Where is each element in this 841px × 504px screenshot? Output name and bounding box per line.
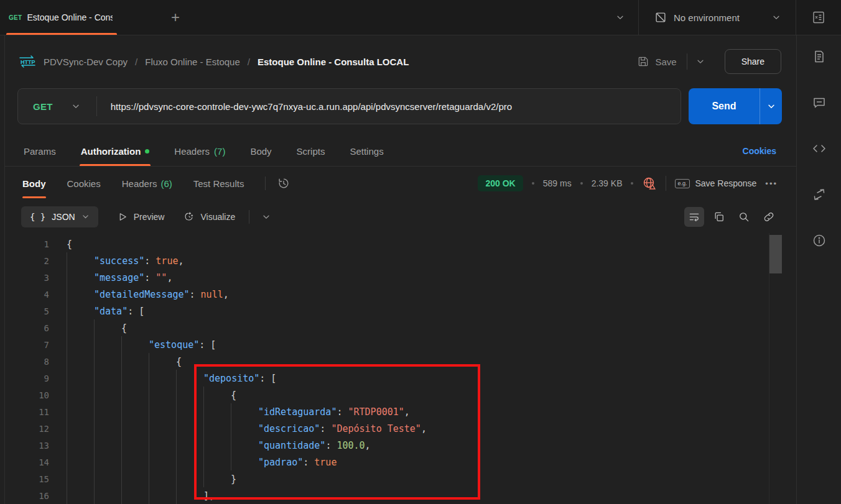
code-line: 4"detailedMessage": null, [5,286,796,303]
code-line: 2"success": true, [5,252,796,269]
line-number: 15 [5,474,49,484]
request-tab[interactable]: GET Estoque Online - Consult [0,0,124,35]
comments-button[interactable] [812,95,827,110]
breadcrumb-request-name[interactable]: Estoque Online - Consulta LOCAL [258,57,409,67]
status-badge[interactable]: 200 OK [478,175,523,191]
indent-guide [67,269,94,286]
indent-guide [67,336,94,353]
save-response-label: Save Response [695,178,757,188]
code-line: 1{ [5,236,796,252]
http-request-icon: HTTP [17,54,37,69]
save-button[interactable]: Save [630,50,684,73]
info-button[interactable] [812,233,827,248]
indent-guide [121,336,149,353]
scrollbar-thumb[interactable] [769,235,782,273]
send-button[interactable]: Send [689,88,760,124]
line-number: 7 [5,340,49,350]
indent-guide [67,286,94,303]
no-environment-icon [654,11,667,24]
new-tab-button[interactable]: + [163,0,188,35]
indent-guide [149,470,176,487]
indent-guide [149,370,176,387]
indent-guide [121,437,149,454]
share-button[interactable]: Share [725,49,781,74]
save-response-button[interactable]: e.g. Save Response [675,178,756,188]
tab-headers[interactable]: Headers (7) [173,136,226,166]
indent-guide [67,454,94,470]
format-label: JSON [52,212,75,222]
tab-params[interactable]: Params [22,136,57,166]
save-options-chevron[interactable] [690,52,711,71]
indent-guide [67,403,94,420]
code-snippet-button[interactable] [812,141,827,156]
document-icon [812,49,827,64]
meta-dot [532,182,534,185]
cookies-link[interactable]: Cookies [743,146,776,156]
search-icon [738,211,750,223]
breadcrumb-separator: / [246,57,251,67]
method-dropdown[interactable]: GET [18,101,96,112]
indent-guide [94,370,121,387]
topbar-right-cluster: No environment [602,0,841,35]
response-history-button[interactable] [277,176,290,190]
network-warning-button[interactable] [642,176,657,191]
code-line: 13"quantidade": 100.0, [5,437,796,454]
chevron-down-icon [72,102,80,111]
environment-selector[interactable]: No environment [639,0,796,35]
visualize-button[interactable]: Visualize [183,211,235,222]
line-number: 11 [5,407,49,417]
viewer-more-chevron[interactable] [262,213,271,221]
request-pulls-button[interactable] [812,187,827,202]
indent-guide [67,370,94,387]
indent-guide [121,370,149,387]
response-tab-body[interactable]: Body [22,167,46,200]
code-line: 3"message": "", [5,269,796,286]
arrows-exchange-icon [812,187,827,202]
response-tab-headers[interactable]: Headers (6) [122,167,172,200]
tab-method-badge: GET [9,14,22,21]
breadcrumb-row: HTTP PDVSync-Dev Copy / Fluxo Online - E… [5,35,796,88]
top-tab-bar: GET Estoque Online - Consult + No enviro… [0,0,841,35]
chevron-down-icon [767,102,776,111]
wrap-text-button[interactable] [684,207,704,227]
link-button[interactable] [759,207,779,227]
code-lines: 1{2"success": true,3"message": "",4"deta… [5,236,796,504]
code-line: 14"padrao": true [5,454,796,470]
url-input-container: GET https://pdvsync-core-controle-dev-yw… [17,88,681,124]
tab-authorization[interactable]: Authorization [80,136,151,166]
breadcrumb-collection[interactable]: PDVSync-Dev Copy [44,57,128,67]
indent-guide [94,470,121,487]
tab-title: Estoque Online - Consult [27,12,113,22]
tab-settings[interactable]: Settings [348,136,384,166]
line-number: 2 [5,256,49,266]
indent-guide [149,454,176,470]
response-body-viewer[interactable]: 1{2"success": true,3"message": "",4"deta… [5,233,796,504]
save-split-divider [687,53,687,70]
search-button[interactable] [734,207,754,227]
indent-guide [121,353,149,370]
send-button-group: Send [689,88,782,124]
tab-options-chevron[interactable] [602,0,638,35]
environment-quick-look-button[interactable] [796,0,841,35]
format-dropdown[interactable]: { } JSON [21,206,98,227]
indent-guide [67,319,94,336]
chevron-down-icon [262,213,271,221]
preview-button[interactable]: Preview [117,211,165,222]
indent-guide [149,487,176,504]
indent-guide [231,420,258,437]
response-tab-test-results[interactable]: Test Results [193,167,244,200]
code-line: 5"data": [ [5,303,796,319]
tab-scripts[interactable]: Scripts [295,136,327,166]
copy-button[interactable] [709,207,729,227]
tab-body[interactable]: Body [249,136,272,166]
line-number: 9 [5,373,49,383]
url-input[interactable]: https://pdvsync-core-controle-dev-ywc7q7… [97,101,681,112]
breadcrumb-folder[interactable]: Fluxo Online - Estoque [145,57,240,67]
documentation-button[interactable] [812,49,827,64]
code-line: 8{ [5,353,796,370]
request-tabs: Params Authorization Headers (7) Body Sc… [5,136,796,167]
response-tab-cookies[interactable]: Cookies [67,167,101,200]
send-options-chevron[interactable] [760,88,782,124]
more-options-button[interactable]: ••• [765,179,778,188]
line-number: 5 [5,306,49,316]
